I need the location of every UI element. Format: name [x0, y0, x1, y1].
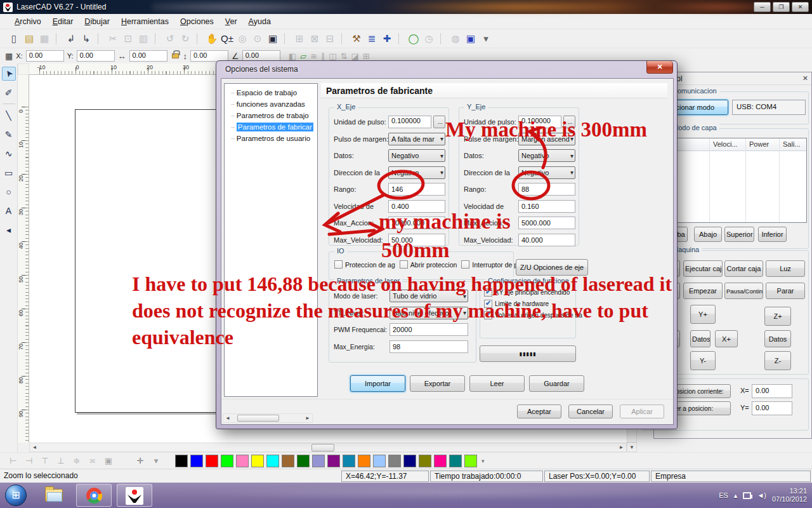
language-indicator[interactable]: ES — [719, 491, 728, 499]
menu-item[interactable]: Ver — [219, 15, 243, 28]
zoom-window-icon[interactable]: ◎ — [235, 31, 250, 46]
tree-item[interactable]: Parametros de usuario — [225, 133, 317, 145]
color-swatch[interactable] — [282, 455, 294, 467]
color-swatch[interactable] — [251, 455, 264, 467]
color-swatch[interactable] — [419, 455, 431, 467]
jog-z-minus-button[interactable]: Z- — [764, 351, 791, 370]
tree-item[interactable]: Parametros de trabajo — [225, 110, 317, 122]
color-swatch[interactable] — [190, 455, 203, 467]
toolbar-separator[interactable] — [398, 33, 405, 44]
leer-button[interactable]: Leer — [469, 375, 525, 392]
zu-axis-options-button[interactable]: Z/U Opciones de eje — [516, 259, 588, 276]
jog-z-plus-button[interactable]: Z+ — [764, 307, 791, 326]
save-icon[interactable]: ▦ — [37, 31, 52, 46]
align-page-icon[interactable]: ⊞ — [363, 51, 370, 61]
io-checkbox[interactable]: Abrir proteccion — [400, 260, 457, 269]
toolbar-separator[interactable] — [284, 33, 291, 44]
io-checkbox[interactable]: Interruptor de p — [461, 260, 518, 269]
timer-icon[interactable]: ◷ — [421, 31, 436, 46]
light-button[interactable]: Luz — [766, 260, 805, 277]
param-input[interactable]: 10000.000 — [388, 217, 445, 229]
param-input[interactable]: 98 — [390, 340, 468, 353]
param-input[interactable]: 50.000 — [388, 234, 445, 246]
menu-item[interactable]: Ayuda — [243, 15, 277, 28]
color-swatch[interactable] — [236, 455, 249, 467]
exportar-button[interactable]: Exportar — [410, 375, 465, 392]
line-tool[interactable]: ╲ — [2, 109, 16, 123]
mirror-d-icon[interactable]: ◪ — [351, 51, 359, 61]
function-checkbox[interactable]: XY eje principal encendido — [484, 288, 582, 297]
param-input[interactable]: 0.160 — [518, 200, 575, 213]
param-list-icon[interactable]: ≣ — [364, 31, 379, 46]
text-tool[interactable]: A — [2, 204, 16, 218]
jog-y-minus-button[interactable]: Y- — [690, 351, 716, 370]
menu-item[interactable]: Dibujar — [79, 15, 115, 28]
color-swatch[interactable] — [464, 455, 477, 467]
toolbar-separator[interactable] — [155, 33, 161, 44]
importar-button[interactable]: Importar — [350, 375, 405, 392]
column-header[interactable]: Power — [745, 138, 779, 150]
scroll-down-icon[interactable]: ▼ — [627, 442, 636, 451]
guardar-button[interactable]: Guardar — [529, 375, 584, 392]
ungroup-icon[interactable]: ⊠ — [307, 31, 322, 46]
menu-item[interactable]: Archivo — [9, 15, 47, 28]
center-v-icon[interactable]: ≍ — [86, 456, 100, 465]
zoom-page-icon[interactable]: ▣ — [265, 31, 280, 46]
zoom-out-icon[interactable]: ⊙ — [250, 31, 265, 46]
pick-icon[interactable]: ✚ — [379, 31, 395, 46]
param-combo[interactable]: Tubo de vidrio▾ — [390, 290, 468, 302]
minimize-button[interactable]: ─ — [754, 2, 771, 12]
datos-z-button[interactable]: Datos — [764, 330, 791, 347]
flip-v-icon[interactable]: ⇅ — [341, 51, 348, 61]
param-input[interactable]: 0.400 — [388, 200, 445, 213]
stop-button[interactable]: Parar — [766, 283, 805, 299]
rectangle-tool[interactable]: ▭ — [2, 166, 16, 180]
new-file-icon[interactable]: ▯ — [6, 31, 22, 46]
aplicar-button[interactable]: Aplicar — [620, 404, 664, 418]
color-swatch[interactable] — [312, 455, 325, 467]
tool-button[interactable] — [3, 104, 15, 105]
lasercad-taskbar-icon[interactable] — [117, 484, 152, 507]
param-combo[interactable]: Negativo▾ — [388, 149, 445, 162]
center-page-icon[interactable]: ▣ — [102, 456, 115, 465]
tools-hammer-icon[interactable]: ⚒ — [349, 31, 364, 46]
center-h-icon[interactable]: ≑ — [70, 456, 84, 465]
jog-x-plus-button[interactable]: X+ — [715, 330, 738, 347]
color-swatch[interactable] — [449, 455, 462, 467]
y-pos-field[interactable]: 0.00 — [752, 401, 792, 415]
align-icon[interactable] — [117, 456, 131, 465]
param-unit-control[interactable]: 0.100000... — [388, 116, 445, 128]
tray-expand-icon[interactable]: ▴ — [734, 491, 738, 500]
jog-y-plus-button[interactable]: Y+ — [690, 305, 716, 324]
ungroup-all-icon[interactable]: ⊟ — [322, 31, 337, 46]
open-folder-icon[interactable]: ▤ — [22, 31, 37, 46]
param-combo[interactable]: Margen ascend▾ — [518, 133, 575, 145]
import-icon[interactable]: ↲ — [63, 31, 79, 46]
browse-button[interactable]: ... — [563, 116, 575, 128]
param-combo[interactable]: Negativo▾ — [518, 166, 575, 179]
column-header[interactable]: Sali... — [779, 138, 806, 150]
cut-box-button[interactable]: Cortar caja — [724, 260, 763, 277]
pen-tool[interactable]: ✎ — [2, 128, 16, 142]
simulate-screen-icon[interactable]: ▣ — [463, 31, 478, 46]
function-checkbox[interactable]: Volver al origen despues de tra — [484, 311, 582, 319]
align-more-icon[interactable]: ▾ — [149, 456, 163, 465]
tree-item[interactable]: Parametros de fabricar — [225, 122, 317, 133]
x-coord-input[interactable]: 0.00 — [26, 50, 64, 62]
align-left-icon[interactable]: ⊢ — [6, 456, 20, 465]
color-swatch[interactable] — [206, 455, 218, 467]
mirror-h-icon[interactable]: ◧ — [289, 51, 296, 61]
function-checkbox[interactable]: Limite de hardware — [484, 300, 582, 308]
paste-icon[interactable]: ▥ — [136, 31, 151, 46]
explorer-taskbar-icon[interactable] — [43, 486, 65, 504]
select-tool[interactable]: ➤ — [2, 67, 16, 81]
aceptar-button[interactable]: Aceptar — [517, 404, 561, 418]
menu-item[interactable]: Editar — [47, 15, 79, 28]
toolbar-separator[interactable] — [197, 33, 203, 44]
layer-top-button[interactable]: Superior — [724, 227, 754, 242]
scroll-right-icon[interactable]: ► — [617, 443, 626, 451]
speaker-icon[interactable]: ◄) — [757, 491, 766, 499]
polyline-tool[interactable]: ∿ — [2, 147, 16, 161]
chrome-taskbar-icon[interactable] — [76, 484, 112, 507]
layer-bottom-button[interactable]: Inferior — [758, 227, 787, 242]
